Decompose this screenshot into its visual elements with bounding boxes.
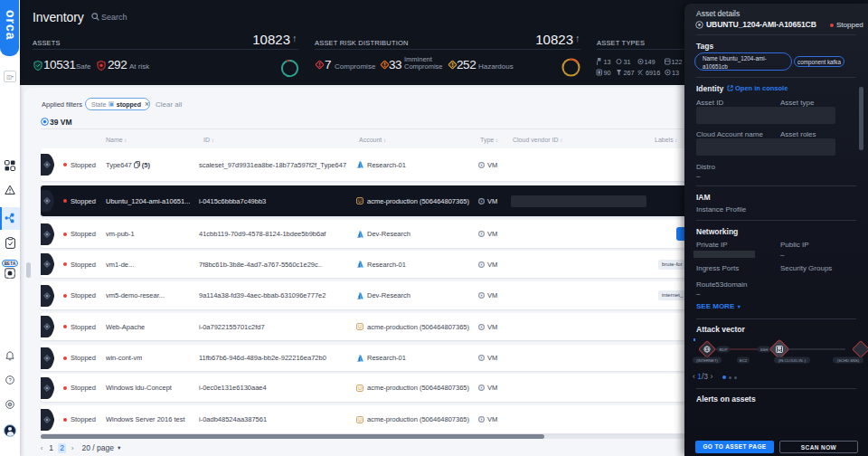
svg-text:90: 90 bbox=[604, 69, 611, 77]
svg-text:SSH: SSH bbox=[760, 347, 769, 352]
svg-text:(INTERNET): (INTERNET) bbox=[696, 358, 718, 363]
svg-text:!: ! bbox=[451, 62, 453, 68]
svg-text:122: 122 bbox=[672, 58, 683, 66]
svg-text:(SCHD.SNS): (SCHD.SNS) bbox=[837, 358, 860, 363]
svg-text:149: 149 bbox=[645, 58, 656, 66]
svg-text:RDP: RDP bbox=[720, 347, 728, 352]
svg-text:13: 13 bbox=[604, 58, 611, 66]
svg-text:EC2: EC2 bbox=[740, 358, 748, 363]
svg-text:267: 267 bbox=[624, 69, 635, 77]
svg-text:!: ! bbox=[318, 62, 320, 68]
svg-text:!: ! bbox=[383, 62, 385, 68]
svg-text:13: 13 bbox=[672, 69, 679, 77]
svg-text:31: 31 bbox=[624, 58, 631, 66]
svg-text:(IN.CLOUD.IN..): (IN.CLOUD.IN..) bbox=[778, 358, 807, 363]
svg-text:6916: 6916 bbox=[646, 69, 660, 77]
svg-text:?: ? bbox=[8, 377, 12, 383]
